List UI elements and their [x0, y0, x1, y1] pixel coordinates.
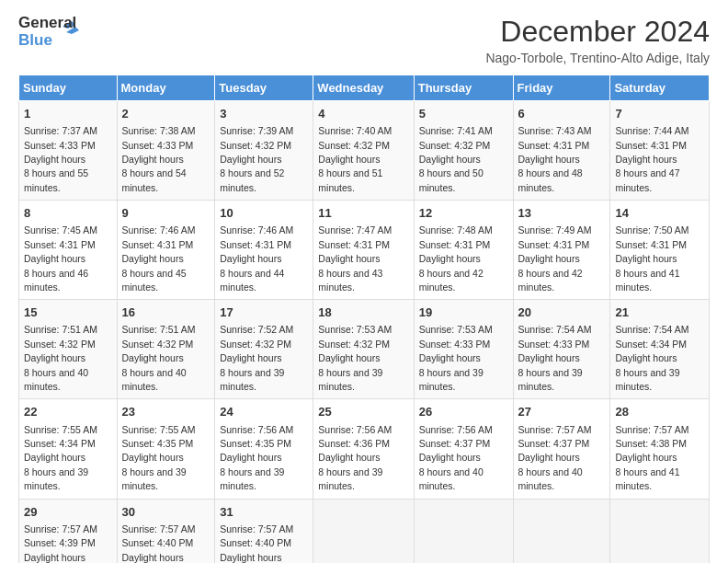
day-number: 20: [518, 304, 606, 321]
calendar-cell: 17 Sunrise: 7:52 AMSunset: 4:32 PMDaylig…: [215, 300, 313, 399]
cell-content: Sunrise: 7:51 AMSunset: 4:32 PMDaylight …: [24, 324, 97, 392]
cell-content: Sunrise: 7:57 AMSunset: 4:37 PMDaylight …: [518, 424, 592, 492]
days-of-week-header: SundayMondayTuesdayWednesdayThursdayFrid…: [19, 75, 710, 101]
calendar-cell: 28 Sunrise: 7:57 AMSunset: 4:38 PMDaylig…: [610, 399, 710, 499]
day-number: 7: [615, 106, 704, 122]
day-number: 11: [318, 205, 408, 222]
cell-content: Sunrise: 7:57 AMSunset: 4:40 PMDaylight …: [220, 523, 293, 563]
calendar-week-4: 22 Sunrise: 7:55 AMSunset: 4:34 PMDaylig…: [19, 399, 710, 499]
calendar-cell: 30 Sunrise: 7:57 AMSunset: 4:40 PMDaylig…: [117, 499, 215, 563]
dow-friday: Friday: [513, 75, 610, 101]
day-number: 16: [122, 304, 210, 321]
day-number: 13: [518, 205, 606, 222]
cell-content: Sunrise: 7:56 AMSunset: 4:36 PMDaylight …: [318, 424, 392, 492]
calendar-cell: 7 Sunrise: 7:44 AMSunset: 4:31 PMDayligh…: [610, 101, 710, 201]
calendar-cell: [610, 499, 710, 563]
calendar-cell: 16 Sunrise: 7:51 AMSunset: 4:32 PMDaylig…: [117, 300, 215, 399]
calendar-cell: 4 Sunrise: 7:40 AMSunset: 4:32 PMDayligh…: [313, 101, 414, 201]
cell-content: Sunrise: 7:55 AMSunset: 4:34 PMDaylight …: [24, 424, 97, 492]
cell-content: Sunrise: 7:51 AMSunset: 4:32 PMDaylight …: [122, 324, 196, 392]
calendar-cell: 10 Sunrise: 7:46 AMSunset: 4:31 PMDaylig…: [215, 201, 313, 300]
day-number: 30: [122, 504, 210, 521]
cell-content: Sunrise: 7:54 AMSunset: 4:33 PMDaylight …: [518, 324, 592, 392]
day-number: 28: [615, 404, 704, 420]
cell-content: Sunrise: 7:56 AMSunset: 4:35 PMDaylight …: [220, 424, 293, 492]
calendar-cell: 15 Sunrise: 7:51 AMSunset: 4:32 PMDaylig…: [19, 300, 118, 399]
cell-content: Sunrise: 7:44 AMSunset: 4:31 PMDaylight …: [615, 125, 688, 193]
day-number: 12: [419, 205, 508, 222]
day-number: 9: [122, 205, 210, 222]
day-number: 6: [518, 106, 606, 122]
cell-content: Sunrise: 7:48 AMSunset: 4:31 PMDaylight …: [419, 224, 493, 293]
day-number: 27: [518, 404, 606, 420]
dow-wednesday: Wednesday: [313, 75, 414, 101]
cell-content: Sunrise: 7:45 AMSunset: 4:31 PMDaylight …: [24, 224, 97, 293]
day-number: 2: [122, 106, 210, 122]
calendar-cell: 5 Sunrise: 7:41 AMSunset: 4:32 PMDayligh…: [414, 101, 513, 201]
cell-content: Sunrise: 7:49 AMSunset: 4:31 PMDaylight …: [518, 224, 592, 293]
page-subtitle: Nago-Torbole, Trentino-Alto Adige, Italy: [485, 51, 710, 65]
dow-saturday: Saturday: [610, 75, 710, 101]
day-number: 31: [220, 504, 308, 521]
day-number: 25: [318, 404, 408, 420]
day-number: 26: [419, 404, 508, 420]
day-number: 3: [220, 106, 308, 122]
day-number: 24: [220, 404, 308, 420]
page-title: December 2024: [485, 15, 710, 49]
cell-content: Sunrise: 7:39 AMSunset: 4:32 PMDaylight …: [220, 125, 293, 193]
day-number: 15: [24, 304, 112, 321]
day-number: 8: [24, 205, 112, 222]
day-number: 21: [615, 304, 704, 321]
title-area: December 2024 Nago-Torbole, Trentino-Alt…: [485, 15, 710, 65]
dow-sunday: Sunday: [19, 75, 118, 101]
cell-content: Sunrise: 7:57 AMSunset: 4:39 PMDaylight …: [24, 523, 97, 563]
day-number: 29: [24, 504, 112, 521]
calendar-week-3: 15 Sunrise: 7:51 AMSunset: 4:32 PMDaylig…: [19, 300, 710, 399]
calendar-cell: 20 Sunrise: 7:54 AMSunset: 4:33 PMDaylig…: [513, 300, 610, 399]
cell-content: Sunrise: 7:43 AMSunset: 4:31 PMDaylight …: [518, 125, 592, 193]
calendar-cell: 18 Sunrise: 7:53 AMSunset: 4:32 PMDaylig…: [313, 300, 414, 399]
calendar-cell: 11 Sunrise: 7:47 AMSunset: 4:31 PMDaylig…: [313, 201, 414, 300]
cell-content: Sunrise: 7:46 AMSunset: 4:31 PMDaylight …: [122, 224, 196, 293]
cell-content: Sunrise: 7:54 AMSunset: 4:34 PMDaylight …: [615, 324, 688, 392]
calendar-cell: 14 Sunrise: 7:50 AMSunset: 4:31 PMDaylig…: [610, 201, 710, 300]
calendar-cell: [513, 499, 610, 563]
calendar-week-2: 8 Sunrise: 7:45 AMSunset: 4:31 PMDayligh…: [19, 201, 710, 300]
day-number: 1: [24, 106, 112, 122]
calendar-cell: 24 Sunrise: 7:56 AMSunset: 4:35 PMDaylig…: [215, 399, 313, 499]
day-number: 5: [419, 106, 508, 122]
calendar-cell: 25 Sunrise: 7:56 AMSunset: 4:36 PMDaylig…: [313, 399, 414, 499]
cell-content: Sunrise: 7:56 AMSunset: 4:37 PMDaylight …: [419, 424, 493, 492]
cell-content: Sunrise: 7:38 AMSunset: 4:33 PMDaylight …: [122, 125, 196, 193]
day-number: 22: [24, 404, 112, 420]
cell-content: Sunrise: 7:57 AMSunset: 4:40 PMDaylight …: [122, 523, 196, 563]
calendar-cell: 19 Sunrise: 7:53 AMSunset: 4:33 PMDaylig…: [414, 300, 513, 399]
calendar-cell: 12 Sunrise: 7:48 AMSunset: 4:31 PMDaylig…: [414, 201, 513, 300]
calendar-cell: 31 Sunrise: 7:57 AMSunset: 4:40 PMDaylig…: [215, 499, 313, 563]
calendar-cell: [313, 499, 414, 563]
calendar-week-5: 29 Sunrise: 7:57 AMSunset: 4:39 PMDaylig…: [19, 499, 710, 563]
calendar-cell: 1 Sunrise: 7:37 AMSunset: 4:33 PMDayligh…: [19, 101, 118, 201]
cell-content: Sunrise: 7:41 AMSunset: 4:32 PMDaylight …: [419, 125, 493, 193]
cell-content: Sunrise: 7:50 AMSunset: 4:31 PMDaylight …: [615, 224, 688, 293]
cell-content: Sunrise: 7:37 AMSunset: 4:33 PMDaylight …: [24, 125, 97, 193]
cell-content: Sunrise: 7:53 AMSunset: 4:33 PMDaylight …: [419, 324, 493, 392]
cell-content: Sunrise: 7:52 AMSunset: 4:32 PMDaylight …: [220, 324, 293, 392]
cell-content: Sunrise: 7:40 AMSunset: 4:32 PMDaylight …: [318, 125, 392, 193]
calendar-cell: 21 Sunrise: 7:54 AMSunset: 4:34 PMDaylig…: [610, 300, 710, 399]
calendar-cell: 26 Sunrise: 7:56 AMSunset: 4:37 PMDaylig…: [414, 399, 513, 499]
day-number: 14: [615, 205, 704, 222]
calendar-table: SundayMondayTuesdayWednesdayThursdayFrid…: [18, 75, 710, 563]
cell-content: Sunrise: 7:55 AMSunset: 4:35 PMDaylight …: [122, 424, 196, 492]
dow-monday: Monday: [117, 75, 215, 101]
day-number: 4: [318, 106, 408, 122]
calendar-cell: 9 Sunrise: 7:46 AMSunset: 4:31 PMDayligh…: [117, 201, 215, 300]
calendar-cell: 8 Sunrise: 7:45 AMSunset: 4:31 PMDayligh…: [19, 201, 118, 300]
calendar-week-1: 1 Sunrise: 7:37 AMSunset: 4:33 PMDayligh…: [19, 101, 710, 201]
cell-content: Sunrise: 7:53 AMSunset: 4:32 PMDaylight …: [318, 324, 392, 392]
calendar-cell: 23 Sunrise: 7:55 AMSunset: 4:35 PMDaylig…: [117, 399, 215, 499]
dow-tuesday: Tuesday: [215, 75, 313, 101]
day-number: 23: [122, 404, 210, 420]
calendar-cell: 3 Sunrise: 7:39 AMSunset: 4:32 PMDayligh…: [215, 101, 313, 201]
calendar-cell: [414, 499, 513, 563]
